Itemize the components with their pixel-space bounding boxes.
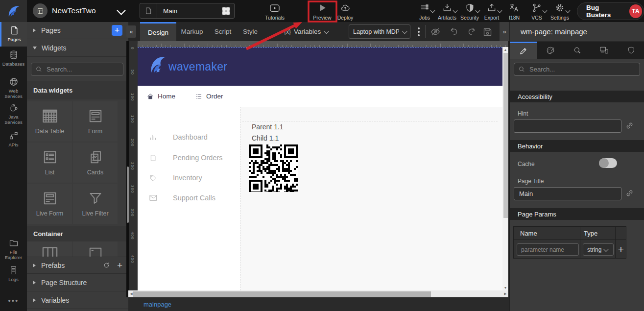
tab-script[interactable]: Script bbox=[208, 22, 238, 41]
canvas-vertical-scrollbar[interactable]: ▲ ▼ bbox=[502, 47, 508, 290]
prefabs-accordion[interactable]: Prefabs + bbox=[27, 257, 128, 274]
toggle-visibility-icon[interactable] bbox=[430, 26, 441, 37]
rail-item-web-services[interactable]: Web Services bbox=[0, 77, 27, 99]
scroll-down-arrow[interactable]: ▼ bbox=[502, 286, 508, 289]
nav-item-order[interactable]: Order bbox=[195, 93, 223, 100]
cache-toggle[interactable] bbox=[599, 158, 617, 168]
scroll-right-arrow[interactable]: ▶ bbox=[502, 292, 508, 296]
variables-accordion[interactable]: Variables bbox=[27, 291, 128, 309]
save-button[interactable] bbox=[482, 26, 493, 37]
redo-button[interactable] bbox=[466, 26, 477, 37]
design-canvas[interactable]: wavemaker Home Order Dashboard Pending O… bbox=[138, 47, 502, 290]
live-filter-funnel-icon bbox=[88, 191, 103, 206]
scrollbar-thumb[interactable] bbox=[133, 291, 431, 297]
tab-style[interactable]: Style bbox=[238, 22, 262, 41]
tab-security[interactable] bbox=[618, 42, 644, 59]
open-page-tab[interactable]: mainpage bbox=[143, 301, 171, 308]
widgets-accordion[interactable]: Widgets bbox=[27, 40, 128, 57]
expand-toolbar-button[interactable]: » bbox=[500, 22, 509, 41]
properties-search-input[interactable] bbox=[514, 63, 640, 76]
preview-button[interactable]: Preview bbox=[310, 3, 334, 21]
settings-button[interactable]: Settings bbox=[548, 3, 572, 21]
scrollbar-thumb[interactable] bbox=[127, 167, 129, 223]
widget-tile-list[interactable]: List bbox=[27, 143, 72, 183]
pages-accordion[interactable]: Pages + bbox=[27, 22, 128, 39]
settings-gear-icon bbox=[555, 3, 565, 13]
team-menu-button[interactable]: Bug Busters TA bbox=[577, 2, 644, 20]
vcs-button[interactable]: VCS bbox=[526, 3, 548, 21]
tab-properties[interactable] bbox=[510, 42, 537, 59]
menu-item-support-calls[interactable]: Support Calls bbox=[138, 193, 240, 203]
project-name: NewTestTwo bbox=[52, 6, 96, 15]
user-avatar[interactable]: TA bbox=[629, 4, 642, 18]
page-grid-icon[interactable] bbox=[222, 7, 230, 15]
jobs-button[interactable]: Jobs bbox=[414, 3, 435, 21]
i18n-button[interactable]: I18N bbox=[503, 3, 525, 21]
column-header-name: Name bbox=[520, 230, 537, 237]
bind-page-title-link-icon[interactable] bbox=[625, 189, 634, 198]
deploy-button[interactable]: Deploy bbox=[333, 3, 358, 21]
add-page-button[interactable]: + bbox=[112, 25, 122, 36]
variables-dropdown[interactable]: {x} Variables bbox=[284, 22, 328, 41]
project-avatar[interactable] bbox=[33, 3, 48, 18]
scrollbar-thumb[interactable] bbox=[503, 53, 508, 218]
tab-devices[interactable] bbox=[591, 42, 618, 59]
canvas-more-menu-button[interactable] bbox=[415, 26, 423, 38]
rail-item-databases[interactable]: Databases bbox=[0, 50, 27, 67]
menu-item-inventory[interactable]: Inventory bbox=[138, 173, 240, 183]
page-selector[interactable]: Main bbox=[140, 3, 235, 19]
rail-item-apis[interactable]: APIs bbox=[0, 131, 27, 148]
refresh-prefabs-button[interactable] bbox=[103, 262, 110, 269]
caret-right-icon bbox=[33, 28, 36, 32]
tutorials-button[interactable]: Tutorials bbox=[260, 3, 289, 21]
rail-more-button[interactable]: ••• bbox=[0, 296, 27, 305]
tab-markup[interactable]: Markup bbox=[176, 22, 208, 41]
section-page-params[interactable]: Page Params bbox=[510, 208, 644, 220]
param-name-input[interactable] bbox=[517, 243, 579, 256]
widget-search bbox=[31, 63, 123, 76]
widget-tile-live-form[interactable]: Live Form bbox=[27, 184, 72, 224]
horizontal-ruler bbox=[138, 41, 508, 47]
section-accessibility[interactable]: Accessibility bbox=[510, 91, 644, 102]
bind-hint-link-icon[interactable] bbox=[625, 121, 634, 130]
section-behavior[interactable]: Behavior bbox=[510, 140, 644, 152]
rail-item-file-explorer[interactable]: File Explorer bbox=[0, 238, 27, 261]
collapse-panel-button[interactable]: « bbox=[126, 25, 136, 38]
rail-item-java-services[interactable]: Java Services bbox=[0, 103, 27, 125]
page-structure-accordion[interactable]: Page Structure bbox=[27, 274, 128, 291]
security-button[interactable]: Security bbox=[458, 3, 481, 21]
page-title-input[interactable] bbox=[514, 187, 621, 200]
wavemaker-logo[interactable] bbox=[0, 0, 27, 22]
pencil-icon bbox=[519, 47, 527, 55]
widget-tile-form[interactable]: Form bbox=[73, 101, 118, 142]
hint-input[interactable] bbox=[514, 120, 621, 133]
page-header-widget[interactable]: wavemaker bbox=[138, 47, 502, 86]
menu-item-dashboard[interactable]: Dashboard bbox=[138, 132, 240, 142]
export-button[interactable]: Export bbox=[480, 3, 503, 21]
widget-tile-partial-1[interactable] bbox=[27, 241, 72, 257]
project-switcher-chevron-icon[interactable] bbox=[117, 6, 125, 15]
tab-design[interactable]: Design bbox=[140, 22, 176, 41]
page-params-table: Name Type string + bbox=[513, 226, 626, 259]
add-prefab-button[interactable]: + bbox=[117, 260, 122, 271]
scroll-up-arrow[interactable]: ▲ bbox=[502, 48, 508, 51]
tab-styles[interactable] bbox=[537, 42, 564, 59]
param-type-select[interactable]: string bbox=[583, 243, 614, 256]
widget-tile-live-filter[interactable]: Live Filter bbox=[73, 184, 118, 224]
widget-tile-cards[interactable]: Cards bbox=[73, 143, 118, 183]
undo-button[interactable] bbox=[449, 26, 459, 37]
rail-item-pages[interactable]: Pages bbox=[0, 22, 27, 47]
add-param-button[interactable]: + bbox=[617, 242, 625, 257]
caret-right-icon bbox=[33, 298, 36, 302]
page-content-area: Parent 1.1 Child 1.1 bbox=[240, 107, 502, 290]
rail-item-logs[interactable]: Logs bbox=[0, 265, 27, 283]
widget-tile-data-table[interactable]: Data Table bbox=[27, 101, 72, 142]
device-select[interactable]: Laptop with MDPI Screen bbox=[349, 24, 410, 39]
canvas-horizontal-scrollbar[interactable]: ◀ ▶ bbox=[128, 290, 508, 297]
nav-item-home[interactable]: Home bbox=[147, 93, 175, 100]
widget-search-input[interactable] bbox=[31, 63, 123, 76]
widget-tile-partial-2[interactable] bbox=[73, 241, 118, 257]
tab-events[interactable] bbox=[564, 42, 591, 59]
artifacts-button[interactable]: Artifacts bbox=[435, 3, 459, 21]
menu-item-pending-orders[interactable]: Pending Orders bbox=[138, 153, 240, 163]
